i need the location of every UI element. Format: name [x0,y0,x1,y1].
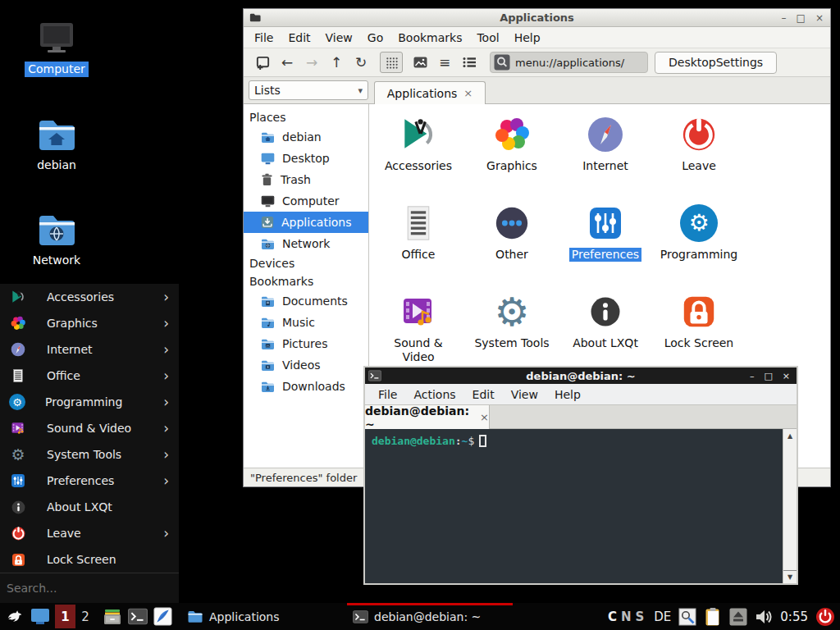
programming-icon: ⚙ [680,202,718,244]
app-item-accessories[interactable]: Accessories [372,111,465,199]
tab-applications[interactable]: Applications × [374,81,486,104]
clock[interactable]: 0:55 [780,609,808,624]
show-desktop-button[interactable] [28,603,52,630]
terminal-tab[interactable]: debian@debian: ~ × [365,405,490,429]
app-item-internet[interactable]: Internet [559,111,652,199]
sidebar-item-network[interactable]: Network [244,233,368,254]
compact-view-button[interactable]: ≡ [432,51,457,74]
maximize-icon[interactable]: □ [797,13,806,23]
new-tab-button[interactable] [250,51,275,74]
start-menu-item-system-tools[interactable]: ⚙ System Tools › [0,441,179,468]
terminal-screen[interactable]: debian@debian:~$ [365,429,783,583]
search-input[interactable] [0,582,164,595]
file-manager-launcher[interactable] [99,603,125,630]
sidebar-item-music[interactable]: Music [244,312,368,333]
sidebar-item-trash[interactable]: Trash [244,169,368,190]
start-menu-button[interactable] [0,603,28,630]
task-button-terminal[interactable]: debian@debian: ~ [347,603,513,630]
menu-actions[interactable]: Actions [405,388,463,401]
computer-icon [261,195,275,208]
back-button[interactable]: ← [275,51,299,74]
sidebar-item-documents[interactable]: Documents [244,290,368,312]
app-item-system-tools[interactable]: ⚙ System Tools [465,288,559,377]
terminal-cursor [479,435,486,447]
start-menu-item-lock-screen[interactable]: Lock Screen [0,546,179,573]
forward-button[interactable]: → [299,51,324,74]
menu-view[interactable]: View [503,388,546,401]
address-text[interactable]: menu://applications/ [515,57,624,69]
icon-view-button[interactable] [380,52,403,73]
desktop-icon-label: Computer [25,62,89,77]
app-item-other[interactable]: Other [465,199,559,288]
terminal-titlebar[interactable]: debian@debian: ~ – □ × [365,368,797,384]
close-icon[interactable]: × [783,372,790,381]
lists-combobox[interactable]: Lists ▾ [249,80,368,100]
desktop-icon-network[interactable]: Network [16,210,98,268]
scroll-up-icon[interactable]: ▲ [783,429,797,442]
detailed-view-button[interactable] [457,51,482,74]
menu-tool[interactable]: Tool [469,31,506,44]
thumbnail-view-button[interactable] [408,51,432,74]
app-item-about-lxqt[interactable]: About LXQt [559,288,652,377]
terminal-launcher[interactable] [125,603,150,630]
menu-help[interactable]: Help [546,388,589,401]
minimize-icon[interactable]: – [750,372,755,381]
menu-edit[interactable]: Edit [281,31,317,44]
start-menu-item-graphics[interactable]: Graphics › [0,310,179,336]
workspace-2-button[interactable]: 2 [75,609,95,624]
tab-close-icon[interactable]: × [463,87,472,99]
app-item-preferences[interactable]: Preferences [559,199,652,288]
power-button[interactable] [815,607,835,627]
terminal-scrollbar[interactable]: ▲ ▼ [783,429,797,583]
app-item-leave[interactable]: Leave [652,111,746,199]
menu-file[interactable]: File [370,388,405,401]
clipboard-tray-icon[interactable] [704,607,722,627]
start-menu-item-internet[interactable]: Internet › [0,336,179,363]
start-menu-item-sound-video[interactable]: Sound & Video › [0,415,179,441]
desktop-settings-button[interactable]: DesktopSettings [655,52,777,74]
screenshot-tray-icon[interactable] [678,608,696,626]
workspace-1-button[interactable]: 1 [55,605,75,628]
address-bar[interactable]: menu://applications/ [490,52,648,73]
sidebar-item-debian[interactable]: debian [244,126,368,148]
keyboard-layout-indicator[interactable]: DE [654,609,671,624]
app-item-graphics[interactable]: Graphics [465,111,559,199]
start-menu-item-office[interactable]: Office › [0,363,179,389]
close-icon[interactable]: × [815,13,824,23]
sidebar-item-applications[interactable]: Applications [244,212,368,233]
text-editor-launcher[interactable] [150,603,176,630]
sidebar-item-desktop[interactable]: Desktop [244,148,368,169]
menu-file[interactable]: File [247,31,281,44]
menu-view[interactable]: View [318,31,360,44]
start-menu-search[interactable] [0,573,179,603]
app-item-office[interactable]: Office [372,199,465,288]
menu-help[interactable]: Help [507,31,548,44]
app-item-sound-video[interactable]: Sound & Video [372,288,465,377]
up-button[interactable]: ↑ [324,51,349,74]
refresh-button[interactable]: ↻ [349,51,373,74]
menu-go[interactable]: Go [360,31,390,44]
tab-close-icon[interactable]: × [480,411,489,423]
app-item-lock-screen[interactable]: Lock Screen [652,288,746,377]
app-item-programming[interactable]: ⚙ Programming [652,199,746,288]
sidebar-item-pictures[interactable]: Pictures [244,333,368,354]
sidebar-item-videos[interactable]: Videos [244,354,368,376]
sidebar-item-computer[interactable]: Computer [244,190,368,212]
start-menu-item-preferences[interactable]: Preferences › [0,468,179,494]
start-menu-item-leave[interactable]: Leave › [0,520,179,546]
scroll-down-icon[interactable]: ▼ [783,570,797,583]
menu-edit[interactable]: Edit [464,388,503,401]
start-menu-item-accessories[interactable]: Accessories › [0,284,179,310]
desktop-icon-computer[interactable]: Computer [16,19,98,77]
maximize-icon[interactable]: □ [764,372,772,381]
minimize-icon[interactable]: – [782,13,787,23]
removable-media-tray-icon[interactable] [729,608,747,626]
start-menu-item-about-lxqt[interactable]: About LXQt [0,494,179,520]
start-menu-item-programming[interactable]: ⚙ Programming › [0,389,179,415]
fm-titlebar[interactable]: Applications – □ × [244,9,830,27]
volume-tray-icon[interactable] [755,609,773,625]
task-button-applications[interactable]: Applications [181,603,347,630]
desktop-icon-debian[interactable]: debian [16,115,98,173]
sidebar-item-downloads[interactable]: Downloads [244,376,368,397]
menu-bookmarks[interactable]: Bookmarks [390,31,469,44]
